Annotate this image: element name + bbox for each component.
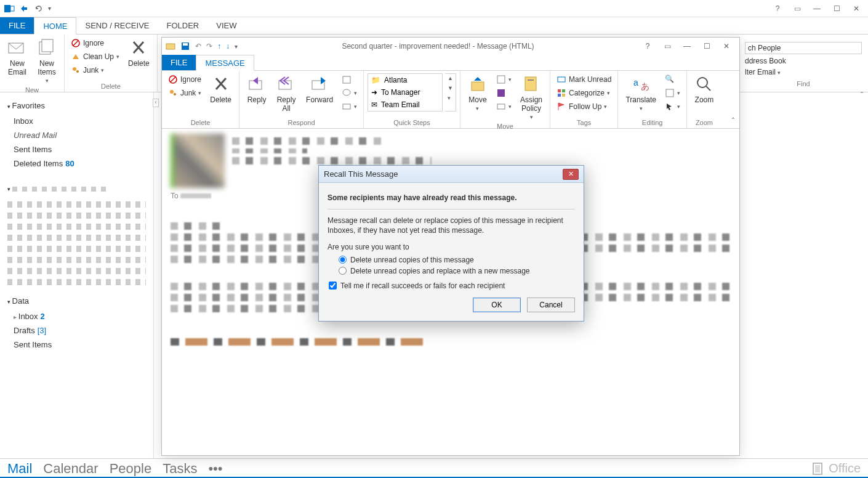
nav-inbox-2[interactable]: ▸ Inbox2 xyxy=(7,309,146,323)
find-label: Find xyxy=(745,80,862,87)
office-brand: Office xyxy=(811,461,861,476)
svg-line-6 xyxy=(73,41,78,46)
module-calendar[interactable]: Calendar xyxy=(43,461,98,477)
qs-up-icon[interactable]: ▲ xyxy=(445,74,456,83)
msg-redo-icon[interactable]: ↷ xyxy=(206,42,212,51)
onenote-button[interactable] xyxy=(494,87,514,99)
msg-junk-button[interactable]: Junk xyxy=(166,87,204,99)
tab-view[interactable]: VIEW xyxy=(207,17,245,34)
msg-tab-message[interactable]: MESSAGE xyxy=(196,55,254,71)
dialog-close-button[interactable]: ✕ xyxy=(563,169,579,180)
forward-icon xyxy=(310,75,329,94)
svg-rect-29 xyxy=(528,79,534,81)
new-email-button[interactable]: New Email xyxy=(4,37,31,78)
favorites-header[interactable]: Favorites xyxy=(7,101,146,110)
minimize-icon[interactable]: — xyxy=(808,2,826,15)
option-delete-unread[interactable]: Delete unread copies of this message xyxy=(339,256,575,264)
meeting-reply-button[interactable] xyxy=(339,73,360,86)
quick-steps-gallery[interactable]: 📁Atlanta ➜To Manager ✉Team Email xyxy=(368,73,443,111)
msg-save-icon[interactable] xyxy=(180,41,190,51)
ok-button[interactable]: OK xyxy=(473,298,521,312)
close-icon[interactable]: ✕ xyxy=(847,2,866,15)
blurred-item xyxy=(7,224,146,230)
msg-tab-file[interactable]: FILE xyxy=(162,55,196,70)
clean-up-button[interactable]: Clean Up xyxy=(68,51,122,63)
junk-button[interactable]: Junk xyxy=(68,64,122,76)
msg-maximize-icon[interactable]: ☐ xyxy=(697,40,716,52)
related-button[interactable] xyxy=(662,87,683,99)
option-delete-replace[interactable]: Delete unread copies and replace with a … xyxy=(339,267,575,275)
filter-email-button[interactable]: lter Email xyxy=(745,68,862,76)
msg-delete-button[interactable]: Delete xyxy=(206,73,235,105)
mark-unread-button[interactable]: Mark Unread xyxy=(554,73,614,86)
rules-button[interactable] xyxy=(494,73,514,86)
assign-policy-button[interactable]: Assign Policy xyxy=(516,73,546,121)
nav-sent-items[interactable]: Sent Items xyxy=(7,142,146,156)
reply-all-button[interactable]: Reply All xyxy=(273,73,300,114)
nav-unread-mail[interactable]: Unread Mail xyxy=(7,128,146,142)
tab-folder[interactable]: FOLDER xyxy=(158,17,208,34)
zoom-icon xyxy=(694,75,714,94)
svg-rect-13 xyxy=(183,43,188,46)
zoom-button[interactable]: Zoom xyxy=(691,73,718,105)
translate-button[interactable]: aあTranslate xyxy=(622,73,660,113)
help-icon[interactable]: ? xyxy=(768,2,787,15)
quickstep-team-email[interactable]: ✉Team Email xyxy=(368,99,442,111)
tab-home[interactable]: HOME xyxy=(34,17,76,34)
radio-delete-unread[interactable] xyxy=(339,256,347,264)
module-mail[interactable]: Mail xyxy=(7,461,32,477)
undo-icon[interactable] xyxy=(33,3,44,14)
tab-send-receive[interactable]: SEND / RECEIVE xyxy=(76,17,158,34)
nav-drafts[interactable]: Drafts[3] xyxy=(7,323,146,338)
follow-up-button[interactable]: Follow Up xyxy=(554,100,614,113)
ribbon-options-icon[interactable]: ▭ xyxy=(788,2,806,15)
categorize-button[interactable]: Categorize xyxy=(554,87,614,99)
module-more[interactable]: ••• xyxy=(208,461,222,477)
module-people[interactable]: People xyxy=(110,461,152,477)
ignore-button[interactable]: Ignore xyxy=(68,37,122,49)
checkbox-tell-me[interactable]: Tell me if recall succeeds or fails for … xyxy=(329,282,575,290)
nav-deleted-items[interactable]: Deleted Items80 xyxy=(7,156,146,171)
msg-prev-icon[interactable]: ↑ xyxy=(217,42,221,51)
quickstep-to-manager[interactable]: ➜To Manager xyxy=(368,86,442,99)
quickstep-atlanta[interactable]: 📁Atlanta xyxy=(368,74,442,86)
qat-customize-icon[interactable]: ▾ xyxy=(48,5,51,12)
maximize-icon[interactable]: ☐ xyxy=(827,2,846,15)
new-items-button[interactable]: New Items xyxy=(33,37,60,85)
msg-close-icon[interactable]: ✕ xyxy=(717,40,736,52)
forward-button[interactable]: Forward xyxy=(302,73,337,105)
tab-file[interactable]: FILE xyxy=(0,17,34,34)
msg-undo-icon[interactable]: ↶ xyxy=(195,42,201,51)
send-receive-icon[interactable] xyxy=(18,3,30,14)
delete-button[interactable]: Delete xyxy=(124,37,153,69)
qs-down-icon[interactable]: ▼ xyxy=(445,84,456,92)
msg-group-quicksteps: 📁Atlanta ➜To Manager ✉Team Email ▲ ▼ ▾ Q… xyxy=(364,71,460,128)
msg-help-icon[interactable]: ? xyxy=(638,40,657,52)
nav-sent-items-2[interactable]: Sent Items xyxy=(7,338,146,352)
qs-more-icon[interactable]: ▾ xyxy=(445,94,456,102)
nav-inbox[interactable]: Inbox xyxy=(7,114,146,128)
collapse-nav-icon[interactable]: ‹ xyxy=(153,99,159,107)
search-people-input[interactable]: ch People xyxy=(745,42,862,54)
data-header[interactable]: Data xyxy=(7,296,146,306)
msg-collapse-ribbon-icon[interactable]: ˆ xyxy=(727,114,739,128)
select-button[interactable] xyxy=(662,100,683,113)
more-respond-button[interactable] xyxy=(339,100,360,113)
msg-ignore-button[interactable]: Ignore xyxy=(166,73,204,86)
im-reply-button[interactable] xyxy=(339,87,360,99)
find-button[interactable]: 🔍 xyxy=(662,73,683,86)
blurred-text xyxy=(171,338,423,346)
module-tasks[interactable]: Tasks xyxy=(163,461,197,477)
radio-delete-replace[interactable] xyxy=(339,267,347,275)
cancel-button[interactable]: Cancel xyxy=(527,298,575,312)
address-book-button[interactable]: ddress Book xyxy=(745,57,862,65)
account-header[interactable] xyxy=(7,182,146,196)
check-tell-me[interactable] xyxy=(329,282,337,290)
reply-button[interactable]: Reply xyxy=(243,73,270,105)
msg-ribbon-options-icon[interactable]: ▭ xyxy=(658,40,677,52)
move-button[interactable]: Move xyxy=(464,73,491,113)
msg-minimize-icon[interactable]: — xyxy=(678,40,696,52)
actions-icon xyxy=(496,102,506,111)
actions-button[interactable] xyxy=(494,100,514,113)
msg-next-icon[interactable]: ↓ xyxy=(226,42,230,51)
